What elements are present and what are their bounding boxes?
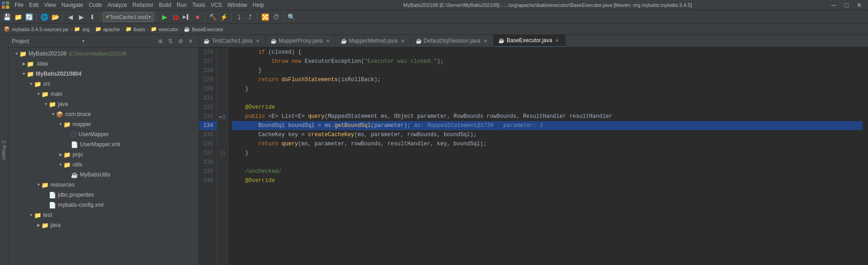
main-label: main [51,91,62,97]
tree-mapper[interactable]: ▼ 📁 mapper [8,119,198,129]
run-config-name: TestCache1.test1 [110,14,149,20]
breadcrumb-jar[interactable]: mybatis-3.4.5-sources.jar [12,27,69,32]
gutter-131 [217,94,228,103]
main-layout: 1: Project Project ▾ ⊕ ⇅ ⚙ ✕ ▼ 📁 MyBatis… [0,35,868,265]
tab-testcache1-close[interactable]: ✕ [254,38,261,44]
code-editor[interactable]: if (closed) { throw new ExecutorExceptio… [228,48,862,265]
recent-button[interactable]: ⬇ [87,12,97,22]
tab-baseexecutor-icon: ☕ [498,38,505,44]
history-button[interactable]: ⏱ [271,12,281,22]
tree-usermapper-xml[interactable]: 📄 UserMapper.xml [8,139,198,149]
tab-baseexecutor-close[interactable]: ✕ [554,37,560,44]
usermapper-label: UserMapper [79,131,109,138]
menu-help[interactable]: Help [250,1,267,9]
menu-run[interactable]: Run [174,1,190,9]
stop-button[interactable]: ■ [192,12,203,22]
vcs-button[interactable]: 🔀 [260,12,270,22]
tab-mapperproxy-close[interactable]: ✕ [325,38,331,44]
run-config-selector[interactable]: ✔ TestCache1.test1 ▾ [102,12,154,22]
tree-mybatis-config[interactable]: 📄 mybatis-config.xml [8,200,198,210]
tab-testcache1[interactable]: ☕ TestCache1.java ✕ [199,35,266,47]
debug-button[interactable]: 🐞 [170,12,180,22]
tree-test-java[interactable]: ▶ 📁 java [8,220,198,230]
res-arrow: ▼ [36,182,41,187]
menu-code[interactable]: Code [86,1,105,9]
save-button[interactable]: 💾 [2,12,12,22]
tab-defaultsqlsession-close[interactable]: ✕ [482,38,489,44]
tree-main[interactable]: ▼ 📁 main [8,89,198,99]
close-button[interactable]: ✕ [854,0,864,10]
pkg-arrow: ▼ [51,112,56,116]
pojo-label: pojo [73,151,83,158]
svg-rect-2 [2,6,5,9]
module-arrow: ▼ [21,72,27,76]
src-label: src [43,81,51,87]
tree-root[interactable]: ▼ 📁 MyBatis202108 E:\Server\MyBatis20210… [8,49,198,59]
hide-panel-button[interactable]: ✕ [186,37,195,45]
tab-mappermethod[interactable]: ☕ MapperMethod.java ✕ [336,35,411,47]
browser-button[interactable]: 🌐 [39,12,49,22]
breadcrumb-org[interactable]: org [82,27,90,32]
gutter-135 [217,130,228,139]
project-side-label[interactable]: 1: Project [0,35,8,265]
tree-usermapper[interactable]: ⓘ UserMapper [8,129,198,139]
tree-pojo[interactable]: ▶ 📁 pojo [8,149,198,160]
tree-java[interactable]: ▼ 📁 java [8,99,198,109]
menu-tools[interactable]: Tools [190,1,208,9]
open-button[interactable]: 📁 [13,12,23,22]
minimize-button[interactable]: ─ [829,0,839,10]
tree-package[interactable]: ▼ 📦 com.bruce [8,109,198,119]
breadcrumb-apache[interactable]: apache [103,27,120,32]
settings-button[interactable]: ⚙ [176,37,185,45]
menu-analyze[interactable]: Analyze [105,1,130,9]
tree-mybatis-module[interactable]: ▼ 📁 MyBatis20210804 [8,69,198,79]
mybatisutils-icon: ☕ [71,171,78,178]
linenum-138: 138 [199,158,217,167]
menu-navigate[interactable]: Navigate [59,1,86,9]
build-button[interactable]: 🔨 [208,12,218,22]
tree-src[interactable]: ▼ 📁 src [8,79,198,89]
menu-refactor[interactable]: Refactor [130,1,156,9]
tree-utils[interactable]: ▼ 📁 utils [8,160,198,170]
tab-testcache1-icon: ☕ [203,38,210,44]
coverage-button[interactable]: ▶▌ [181,12,192,22]
breadcrumb-executor[interactable]: executor [159,27,178,32]
search-everywhere[interactable]: 🔍 [286,12,296,22]
sync-button[interactable]: 🔄 [24,12,34,22]
tree-test[interactable]: ▼ 📁 test [8,210,198,220]
folder-nav-button[interactable]: 📂 [50,12,60,22]
menu-build[interactable]: Build [156,1,174,9]
gen-button[interactable]: ⚡ [219,12,229,22]
menu-file[interactable]: File [12,1,26,9]
scope-button[interactable]: ⊕ [156,37,164,45]
layout-button[interactable]: ⇅ [166,37,175,45]
config-icon: 📄 [49,202,56,209]
editor-scrollbar[interactable] [862,48,868,265]
menu-window[interactable]: Window [225,1,250,9]
breadcrumb-class[interactable]: BaseExecutor [192,27,223,32]
tree-idea[interactable]: ▶ 📁 .idea [8,59,198,69]
tab-mapperproxy[interactable]: ☕ MapperProxy.java ✕ [266,35,336,47]
forward-button[interactable]: ▶ [76,12,86,22]
menu-view[interactable]: View [41,1,59,9]
debug-step2[interactable]: ⤴ [245,12,255,22]
tab-baseexecutor[interactable]: ☕ BaseExecutor.java ✕ [494,35,565,47]
maximize-button[interactable]: □ [841,0,851,10]
jdbc-label: jdbc.properties [58,192,94,198]
file-tree: ▼ 📁 MyBatis202108 E:\Server\MyBatis20210… [8,48,198,265]
debug-step1[interactable]: ⤵ [234,12,244,22]
tree-jdbc-props[interactable]: 📄 jdbc.properties [8,190,198,200]
tree-mybatisutils[interactable]: ☕ MyBatisUtils [8,170,198,180]
tab-defaultsqlsession[interactable]: ☕ DefaultSqlSession.java ✕ [411,35,494,47]
tree-resources[interactable]: ▼ 📁 resources [8,180,198,190]
menu-vcs[interactable]: VCS [208,1,225,9]
gutter-136 [217,139,228,149]
fold-marker-137[interactable]: − [220,150,225,156]
breadcrumb-ibatis[interactable]: ibatis [134,27,146,32]
tab-mappermethod-close[interactable]: ✕ [400,38,406,44]
back-button[interactable]: ◀ [65,12,75,22]
usermapper-icon: ⓘ [71,130,77,138]
menu-edit[interactable]: Edit [26,1,41,9]
run-button[interactable]: ▶ [159,12,169,22]
sep4: › [147,27,149,32]
